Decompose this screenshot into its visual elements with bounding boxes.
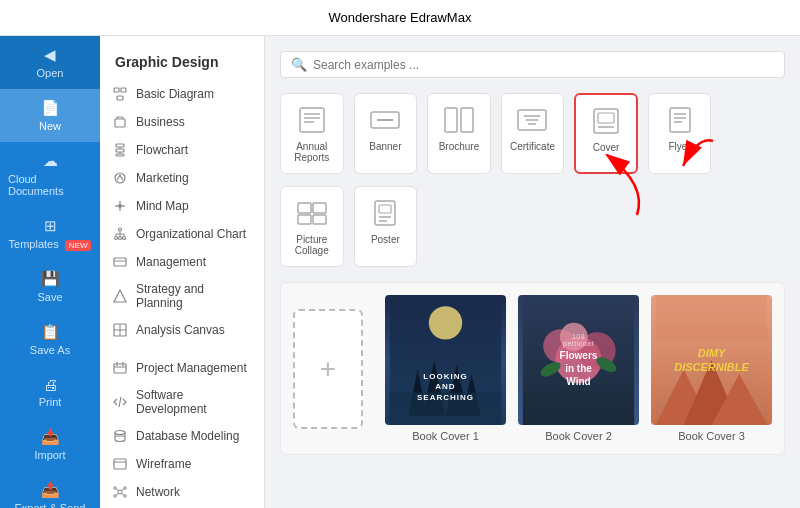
templates-icon: ⊞ — [44, 217, 57, 235]
flyer-label: Flyer — [669, 141, 691, 152]
empty-slot-5 — [574, 186, 638, 267]
category-management-label: Management — [136, 255, 206, 269]
category-software[interactable]: Software Development — [100, 382, 264, 422]
svg-point-42 — [114, 495, 116, 497]
sidebar-item-back[interactable]: ◀ Open — [0, 36, 100, 89]
category-network-label: Network — [136, 485, 180, 499]
basic-diagram-icon — [112, 86, 128, 102]
sidebar-item-import[interactable]: 📥 Import — [0, 418, 100, 471]
sidebar-item-print[interactable]: 🖨 Print — [0, 366, 100, 418]
category-wireframe[interactable]: Wireframe — [100, 450, 264, 478]
sidebar-item-new[interactable]: 📄 New — [0, 89, 100, 142]
svg-point-10 — [118, 204, 122, 208]
database-icon — [112, 428, 128, 444]
software-icon — [112, 394, 128, 410]
svg-point-41 — [124, 487, 126, 489]
sidebar-item-label: Export & Send — [15, 502, 86, 508]
empty-slot-6 — [648, 186, 712, 267]
cover-card-2[interactable]: 108petticoat Flowersin theWind Book Cove… — [518, 295, 639, 442]
category-flowchart-label: Flowchart — [136, 143, 188, 157]
app-title: Wondershare EdrawMax — [329, 10, 472, 25]
export-icon: 📤 — [41, 481, 60, 499]
template-annual-reports[interactable]: Annual Reports — [280, 93, 344, 174]
brochure-icon — [439, 104, 479, 136]
svg-point-35 — [115, 431, 125, 435]
sidebar-item-export[interactable]: 📤 Export & Send — [0, 471, 100, 508]
sidebar-item-saveas[interactable]: 📋 Save As — [0, 313, 100, 366]
sidebar-item-label: Cloud Documents — [8, 173, 92, 197]
banner-label: Banner — [369, 141, 401, 152]
cover-2-label: Book Cover 2 — [518, 430, 639, 442]
business-icon — [112, 114, 128, 130]
saveas-icon: 📋 — [41, 323, 60, 341]
search-input[interactable] — [313, 58, 774, 72]
sidebar-item-label: Import — [34, 449, 65, 461]
template-poster[interactable]: Poster — [354, 186, 418, 267]
main-content: 🔍 — [265, 36, 800, 508]
category-analysis-label: Analysis Canvas — [136, 323, 225, 337]
cloud-icon: ☁ — [43, 152, 58, 170]
category-software-label: Software Development — [136, 388, 249, 416]
project-icon — [112, 360, 128, 376]
cover-icon — [586, 105, 626, 137]
add-new-button[interactable]: + — [293, 309, 363, 429]
brochure-label: Brochure — [439, 141, 480, 152]
wireframe-icon — [112, 456, 128, 472]
svg-rect-78 — [298, 215, 311, 224]
category-management[interactable]: Management — [100, 248, 264, 276]
cover-3-image: DIMYDISCERNIBLE — [651, 295, 772, 425]
certificate-label: Certificate — [510, 141, 555, 152]
banner-icon — [365, 104, 405, 136]
cover-card-3[interactable]: DIMYDISCERNIBLE Book Cover 3 — [651, 295, 772, 442]
category-network[interactable]: Network — [100, 478, 264, 506]
svg-line-34 — [119, 397, 121, 407]
sidebar-item-save[interactable]: 💾 Save — [0, 260, 100, 313]
svg-rect-3 — [115, 119, 125, 127]
empty-slot-4 — [501, 186, 565, 267]
category-wireframe-label: Wireframe — [136, 457, 191, 471]
annual-reports-icon — [292, 104, 332, 136]
svg-point-40 — [114, 487, 116, 489]
category-analysis[interactable]: Analysis Canvas — [100, 316, 264, 344]
category-strategy[interactable]: Strategy and Planning — [100, 276, 264, 316]
svg-point-43 — [124, 495, 126, 497]
svg-rect-81 — [379, 205, 391, 213]
template-cover[interactable]: Cover — [574, 93, 638, 174]
category-flowchart[interactable]: Flowchart — [100, 136, 264, 164]
template-brochure[interactable]: Brochure — [427, 93, 491, 174]
sidebar-item-templates[interactable]: ⊞ Templates NEW — [0, 207, 100, 260]
category-database[interactable]: Database Modeling — [100, 422, 264, 450]
template-certificate[interactable]: Certificate — [501, 93, 565, 174]
category-project[interactable]: Project Management — [100, 354, 264, 382]
category-mindmap[interactable]: Mind Map — [100, 192, 264, 220]
template-banner[interactable]: Banner — [354, 93, 418, 174]
category-business-label: Business — [136, 115, 185, 129]
sidebar-item-label: Open — [37, 67, 64, 79]
category-basic-label: Basic Diagram — [136, 87, 214, 101]
import-icon: 📥 — [41, 428, 60, 446]
sidebar-item-label: Templates NEW — [9, 238, 92, 250]
template-flyer[interactable]: Flyer — [648, 93, 712, 174]
svg-point-18 — [123, 237, 126, 240]
svg-point-16 — [115, 237, 118, 240]
new-icon: 📄 — [41, 99, 60, 117]
sidebar-item-label: Print — [39, 396, 62, 408]
svg-rect-24 — [114, 258, 126, 266]
category-business[interactable]: Business — [100, 108, 264, 136]
category-orgchart[interactable]: Organizational Chart — [100, 220, 264, 248]
sidebar-item-label: Save As — [30, 344, 70, 356]
cover-items-grid: + — [293, 295, 772, 442]
cover-card-1[interactable]: LOOKINGANDSEARCHING Book Cover 1 — [385, 295, 506, 442]
back-icon: ◀ — [44, 46, 56, 64]
sidebar-item-cloud[interactable]: ☁ Cloud Documents — [0, 142, 100, 207]
category-marketing[interactable]: Marketing — [100, 164, 264, 192]
mindmap-icon — [112, 198, 128, 214]
print-icon: 🖨 — [43, 376, 58, 393]
poster-label: Poster — [371, 234, 400, 245]
sidebar-item-label: New — [39, 120, 61, 132]
category-mindmap-label: Mind Map — [136, 199, 189, 213]
category-basic[interactable]: Basic Diagram — [100, 80, 264, 108]
template-picture-collage[interactable]: Picture Collage — [280, 186, 344, 267]
marketing-icon — [112, 170, 128, 186]
svg-point-17 — [119, 237, 122, 240]
